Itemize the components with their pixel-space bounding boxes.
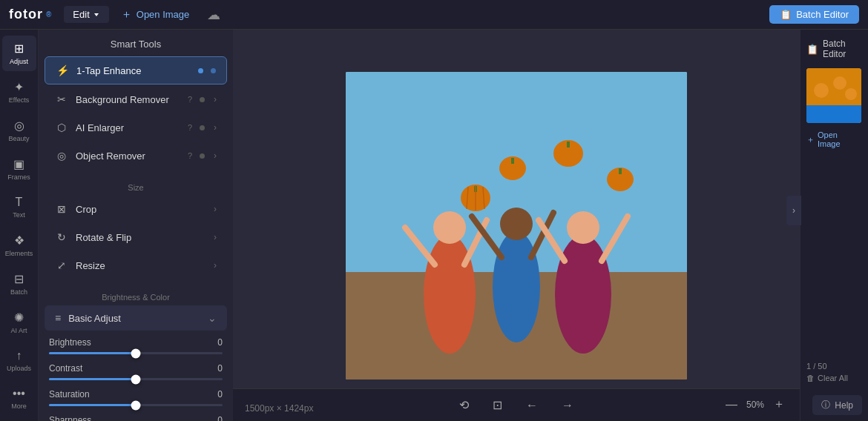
logo-text: fotor (9, 7, 43, 22)
batch-thumb-image (806, 68, 861, 123)
svg-point-28 (833, 76, 846, 90)
zoom-in-button[interactable]: ＋ (770, 395, 788, 414)
sidebar-item-frames[interactable]: ▣ Frames (2, 151, 36, 187)
help-button[interactable]: ⓘ Help (812, 395, 862, 415)
frames-icon: ▣ (13, 157, 24, 171)
tool-1tap-enhance[interactable]: ⚡ 1-Tap Enhance (45, 56, 227, 84)
image-size-text: 1500px × 1424px (245, 403, 313, 414)
brightness-track[interactable] (49, 352, 223, 354)
brightness-value: 0 (217, 337, 223, 348)
text-icon: T (16, 196, 23, 209)
sidebar-item-label: More (11, 402, 27, 410)
edit-label: Edit (73, 9, 89, 20)
tool-rotate-flip[interactable]: ↻ Rotate & Flip › (45, 224, 227, 251)
ai-art-icon: ✺ (14, 311, 24, 325)
svg-point-3 (433, 211, 466, 244)
chevron-right-icon: › (214, 150, 217, 161)
zoom-out-button[interactable]: — (723, 397, 740, 413)
beauty-icon: ◎ (14, 119, 24, 133)
chevron-down-icon: ⌄ (208, 312, 217, 324)
chevron-right-icon: › (214, 122, 217, 133)
tool-background-remover[interactable]: ✂ Background Remover ? › (45, 86, 227, 113)
basic-adjust-item[interactable]: ≡ Basic Adjust ⌄ (45, 305, 227, 331)
status-dot (200, 125, 205, 130)
topbar: fotor® Edit ＋ Open Image ☁ 📋 Batch Edito… (0, 0, 868, 30)
ai-enlarger-icon: ⬡ (55, 121, 68, 134)
tool-label: Rotate & Flip (76, 232, 205, 243)
saturation-slider-row: Saturation 0 (49, 389, 223, 406)
chevron-right-icon: › (214, 232, 217, 242)
sidebar-item-elements[interactable]: ❖ Elements (2, 228, 36, 263)
svg-point-7 (567, 211, 599, 244)
status-dot (200, 153, 205, 159)
edit-button[interactable]: Edit (64, 6, 108, 23)
tools-panel: Smart Tools ⚡ 1-Tap Enhance ✂ Background… (39, 30, 233, 421)
tool-label: Crop (76, 204, 205, 215)
sidebar-item-label: Effects (9, 96, 29, 104)
page-counter: 1 / 50 (806, 362, 827, 371)
batch-panel-icon: 📋 (806, 44, 818, 55)
effects-icon: ✦ (14, 80, 24, 94)
chevron-down-icon (93, 11, 100, 19)
sharpness-value: 0 (217, 415, 223, 421)
svg-rect-25 (806, 68, 861, 105)
svg-point-6 (555, 235, 611, 354)
batch-editor-button[interactable]: 📋 Batch Editor (769, 5, 859, 24)
uploads-icon: ↑ (16, 349, 22, 362)
elements-icon: ❖ (14, 233, 24, 248)
tool-label: AI Enlarger (76, 122, 179, 133)
brightness-thumb[interactable] (131, 348, 141, 358)
sidebar-item-label: AI Art (10, 327, 27, 334)
tool-object-remover[interactable]: ◎ Object Remover ? › (45, 142, 227, 169)
batch-open-image-button[interactable]: ＋ Open Image (800, 126, 868, 153)
sidebar-item-uploads[interactable]: ↑ Uploads (2, 343, 36, 378)
right-panel-expand-button[interactable]: › (786, 196, 801, 225)
resize-icon: ⤢ (55, 259, 68, 272)
tool-ai-enlarger[interactable]: ⬡ AI Enlarger ? › (45, 114, 227, 141)
sidebar-item-batch[interactable]: ⊟ Batch (2, 266, 36, 302)
tool-label: Background Remover (76, 94, 179, 105)
chevron-right-icon: › (214, 204, 217, 214)
sidebar-item-more[interactable]: ••• More (2, 381, 36, 416)
sharpness-slider-row: Sharpness 0 (49, 415, 223, 421)
svg-point-29 (845, 88, 857, 100)
tool-label: Object Remover (76, 150, 179, 162)
obj-remover-icon: ◎ (55, 149, 68, 162)
basic-adjust-label: Basic Adjust (68, 313, 200, 324)
contrast-thumb[interactable] (131, 374, 141, 384)
contrast-value: 0 (217, 363, 223, 374)
open-image-button[interactable]: ＋ Open Image (121, 7, 190, 21)
saturation-label: Saturation (49, 389, 90, 400)
icon-sidebar: ⊞ Adjust ✦ Effects ◎ Beauty ▣ Frames T T… (0, 30, 39, 421)
contrast-track[interactable] (49, 378, 223, 380)
open-image-label: Open Image (137, 9, 190, 20)
app-logo: fotor® (9, 7, 52, 22)
zoom-value: 50% (746, 400, 764, 410)
size-section-label: Size (39, 179, 233, 195)
sidebar-item-label: Elements (5, 250, 33, 257)
tool-resize[interactable]: ⤢ Resize › (45, 252, 227, 279)
sidebar-item-adjust[interactable]: ⊞ Adjust (2, 36, 36, 71)
brightness-slider-row: Brightness 0 (49, 337, 223, 354)
tool-crop[interactable]: ⊠ Crop › (45, 196, 227, 222)
compare-button[interactable]: ⊡ (487, 395, 508, 415)
contrast-slider-row: Contrast 0 (49, 363, 223, 380)
active-dot (198, 68, 203, 73)
sidebar-item-effects[interactable]: ✦ Effects (2, 74, 36, 110)
saturation-track[interactable] (49, 404, 223, 406)
rotate-icon: ↻ (55, 231, 68, 244)
saturation-thumb[interactable] (131, 400, 141, 410)
enhance-icon: ⚡ (56, 64, 69, 77)
next-button[interactable]: → (556, 396, 579, 415)
contrast-label: Contrast (49, 363, 82, 374)
undo-history-button[interactable]: ⟲ (453, 395, 475, 415)
sidebar-item-ai-art[interactable]: ✺ AI Art (2, 305, 36, 340)
help-label: Help (835, 400, 853, 411)
sidebar-item-beauty[interactable]: ◎ Beauty (2, 113, 36, 148)
clear-all-button[interactable]: 🗑 Clear All (806, 374, 848, 382)
thumbnail-svg (806, 68, 861, 123)
sidebar-item-text[interactable]: T Text (2, 190, 36, 225)
prev-button[interactable]: ← (520, 396, 544, 415)
plus-icon: ＋ (121, 7, 132, 21)
saturation-value: 0 (217, 389, 223, 400)
